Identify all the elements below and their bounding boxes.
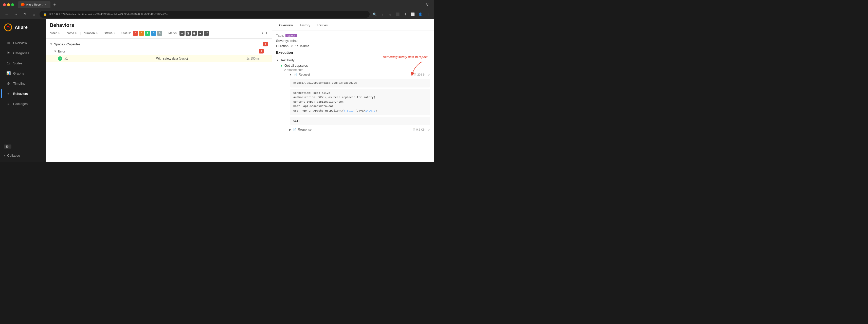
- status-filter-skipped[interactable]: 0: [151, 31, 156, 36]
- sort-duration-arrows: ⇅: [96, 32, 98, 35]
- download-icon[interactable]: ⬇: [402, 11, 408, 17]
- request-host: Host: api.spacexdata.com: [293, 104, 427, 109]
- tab-close-button[interactable]: ×: [44, 3, 48, 6]
- response-expand-icon: ▶: [289, 128, 291, 131]
- group-badge: 1: [263, 42, 268, 47]
- sidebar-item-timeline[interactable]: ⊙ Timeline: [2, 79, 43, 88]
- severity-label: Severity:: [276, 39, 289, 42]
- sidebar-lang: En: [0, 142, 45, 151]
- briefcase-icon: 🗂: [6, 61, 11, 65]
- mark-filter-5[interactable]: ↺: [204, 31, 209, 36]
- response-row[interactable]: ▶ 📄 Response 📋 9.2 KB ⤢: [284, 127, 430, 132]
- subgroup-error[interactable]: ▼ Error 1: [45, 48, 272, 55]
- status-filter-broken[interactable]: 0: [139, 31, 144, 36]
- test-number: #1: [64, 57, 155, 60]
- subgroup-name: Error: [58, 50, 65, 53]
- home-button[interactable]: ⌂: [30, 11, 37, 18]
- group-name: SpaceX-Capsules: [54, 42, 80, 46]
- minimize-button[interactable]: [7, 3, 10, 6]
- search-icon[interactable]: 🔍: [372, 11, 378, 17]
- response-section: ▶ 📄 Response 📋 9.2 KB ⤢: [280, 127, 430, 132]
- status-filter-failed[interactable]: 0: [133, 31, 138, 36]
- allure-logo-icon: [4, 23, 12, 31]
- request-section: ▼ 📄 Request 📋 226 B ⤢: [280, 72, 430, 125]
- marks-filter-label: Marks:: [168, 31, 178, 35]
- request-content-type: content-type: application/json: [293, 100, 427, 105]
- duration-clock-icon: ⊙: [291, 45, 293, 48]
- sort-status[interactable]: status ⇅: [104, 31, 115, 35]
- address-bar[interactable]: 🔒 127.0.0.1:57204/index.html#behaviors/3…: [39, 11, 370, 18]
- status-filter-unknown[interactable]: 0: [157, 31, 162, 36]
- sidebar-item-behaviors[interactable]: ≡ Behaviors: [1, 89, 43, 98]
- execution-section-title: Execution: [276, 51, 430, 55]
- test-duration: 1s 150ms: [246, 57, 259, 60]
- response-label: Response: [298, 128, 312, 131]
- close-button[interactable]: [3, 3, 6, 6]
- info-icon[interactable]: ℹ: [262, 31, 263, 35]
- test-body-label: Test body: [280, 58, 294, 62]
- window-icon[interactable]: ⬜: [410, 11, 416, 17]
- sidebar-item-overview[interactable]: ⊞ Overview: [2, 38, 43, 48]
- tab-overview[interactable]: Overview: [276, 21, 296, 30]
- status-filter-passed[interactable]: 1: [145, 31, 150, 36]
- sidebar-item-label: Overview: [13, 41, 27, 45]
- status-filter-label: Status:: [121, 31, 131, 35]
- test-name: With safety data (basic): [156, 57, 246, 60]
- app-name: Allure: [15, 25, 28, 30]
- svg-point-0: [5, 24, 12, 31]
- duration-value: 1s 150ms: [295, 44, 309, 48]
- request-fullscreen-icon[interactable]: ⤢: [428, 73, 430, 76]
- response-fullscreen-icon[interactable]: ⤢: [428, 128, 430, 131]
- sidebar-collapse-button[interactable]: ‹ Collapse: [0, 151, 45, 160]
- share-icon[interactable]: ↑: [379, 11, 385, 17]
- test-item[interactable]: ✓ #1 With safety data (basic) 1s 150ms: [45, 55, 272, 62]
- extensions-icon[interactable]: ⬛: [395, 11, 401, 17]
- capsules-label: Get all capsules: [284, 64, 308, 67]
- sort-order[interactable]: order ⇅: [50, 31, 60, 35]
- sidebar-item-graphs[interactable]: 📊 Graphs: [2, 68, 43, 78]
- sort-status-arrows: ⇅: [113, 32, 115, 35]
- page-title: Behaviors: [50, 22, 268, 28]
- app-container: Allure ⊞ Overview ⚑ Categories 🗂 Suites …: [0, 19, 434, 162]
- window-controls[interactable]: ∨: [426, 2, 431, 7]
- mark-filter-1[interactable]: ●: [180, 31, 185, 36]
- chevron-left-icon: ‹: [4, 154, 5, 157]
- profile-icon[interactable]: 👤: [417, 11, 423, 17]
- mark-filter-2[interactable]: ◎: [186, 31, 191, 36]
- lang-badge[interactable]: En: [4, 145, 11, 149]
- new-tab-button[interactable]: +: [52, 2, 58, 8]
- sidebar-item-categories[interactable]: ⚑ Categories: [2, 48, 43, 58]
- request-method: GET:: [290, 117, 430, 125]
- download-icon[interactable]: ⬇: [265, 31, 268, 35]
- sort-name[interactable]: name ⇅: [66, 31, 77, 35]
- response-file-icon: 📄: [293, 128, 296, 131]
- mark-filter-3[interactable]: ◉: [192, 31, 197, 36]
- group-spacex-capsules[interactable]: ▼ SpaceX-Capsules 1: [45, 40, 272, 48]
- sidebar-item-packages[interactable]: ≡ Packages: [2, 99, 43, 109]
- tab-bar: Allure Report × +: [18, 1, 424, 8]
- request-label: Request: [299, 73, 310, 76]
- bookmark-icon[interactable]: ☆: [387, 11, 393, 17]
- subgroup-expand-arrow: ▼: [54, 50, 57, 53]
- reload-button[interactable]: ↻: [21, 11, 28, 18]
- test-list: ▼ SpaceX-Capsules 1 ▼ Error 1 ✓ #1 With …: [45, 38, 272, 162]
- tab-title: Allure Report: [26, 3, 42, 6]
- severity-row: Severity: minor: [276, 39, 430, 42]
- sort-duration[interactable]: duration ⇅: [84, 31, 97, 35]
- sidebar-item-label: Suites: [13, 61, 22, 65]
- maximize-button[interactable]: [11, 3, 14, 6]
- forward-button[interactable]: →: [12, 11, 19, 18]
- sidebar-item-suites[interactable]: 🗂 Suites: [2, 58, 43, 68]
- list-icon: ≡: [6, 91, 11, 96]
- mark-filter-4[interactable]: ◙: [198, 31, 203, 36]
- menu-icon[interactable]: ⋮: [425, 11, 431, 17]
- home-icon: ⊞: [6, 40, 11, 45]
- sidebar-logo: Allure: [0, 19, 45, 35]
- tab-history[interactable]: History: [297, 21, 313, 30]
- back-button[interactable]: ←: [3, 11, 10, 18]
- browser-tab-active[interactable]: Allure Report ×: [18, 1, 51, 8]
- browser-nav: ← → ↻ ⌂ 🔒 127.0.0.1:57204/index.html#beh…: [0, 9, 434, 19]
- request-headers: Connection: keep-alive Authorization: XX…: [290, 89, 430, 115]
- sidebar-item-label: Timeline: [13, 82, 26, 85]
- tab-retries[interactable]: Retries: [314, 21, 331, 30]
